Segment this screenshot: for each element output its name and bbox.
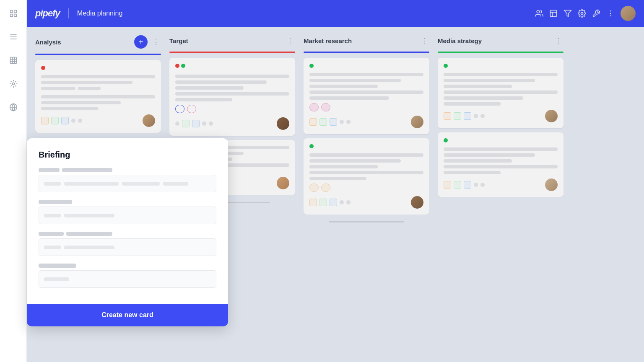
column-title-market-research: Market research: [304, 37, 416, 44]
card-icon-blue[interactable]: [61, 117, 69, 124]
card-line: [309, 165, 378, 168]
more-icon[interactable]: [606, 9, 615, 18]
column-header-analysis: Analysis + ⋮: [35, 35, 161, 49]
card-tag-orange2[interactable]: [321, 184, 330, 192]
briefing-content: Briefing: [27, 138, 228, 304]
card-line: [41, 75, 155, 78]
table-row[interactable]: [438, 58, 564, 128]
sidebar-item-list[interactable]: [7, 30, 20, 44]
card-tag-pink[interactable]: [309, 103, 319, 111]
card-icon-blue[interactable]: [192, 120, 200, 127]
input-placeholder: [44, 214, 114, 217]
input-placeholder: [44, 246, 114, 249]
settings-icon[interactable]: [578, 9, 586, 18]
table-row[interactable]: [304, 138, 429, 215]
card-tag-orange[interactable]: [309, 184, 319, 192]
sidebar: [0, 0, 27, 362]
card-footer: [444, 110, 558, 122]
card-line: [309, 90, 423, 94]
card-icon-dot: [78, 119, 82, 123]
import-icon[interactable]: [549, 9, 558, 18]
card-icon-orange[interactable]: [309, 199, 317, 206]
form-input-2[interactable]: [39, 207, 216, 224]
briefing-title: Briefing: [39, 150, 216, 160]
card-line: [41, 95, 155, 98]
form-label-4: [39, 264, 216, 268]
card-icon-green[interactable]: [51, 117, 59, 124]
card-line: [444, 147, 558, 151]
card-icon-green[interactable]: [454, 112, 461, 120]
logo-text: pipefy: [35, 8, 60, 19]
table-row[interactable]: [304, 58, 429, 134]
card-line: [309, 153, 423, 157]
form-input-1[interactable]: [39, 175, 216, 192]
card-icon-dot: [175, 122, 179, 126]
card-icon-blue[interactable]: [330, 199, 337, 206]
card-tags: [309, 184, 423, 192]
card-line: [309, 79, 401, 82]
card-tags: [175, 105, 289, 113]
column-header-market-research: Market research ⋮: [304, 35, 429, 47]
form-group-3: [39, 232, 216, 256]
avatar: [143, 114, 155, 127]
form-input-3[interactable]: [39, 238, 216, 256]
column-menu-target[interactable]: ⋮: [285, 35, 295, 47]
card-icon-orange[interactable]: [41, 117, 49, 124]
table-row[interactable]: [169, 58, 295, 136]
card-icon-blue[interactable]: [464, 112, 471, 120]
card-icon-dot: [340, 120, 344, 124]
sidebar-item-public[interactable]: [7, 101, 20, 114]
svg-rect-0: [10, 10, 13, 13]
header-divider: [68, 8, 69, 18]
header-left: pipefy Media planning: [35, 8, 122, 19]
card-icon-orange[interactable]: [444, 112, 451, 120]
card-line: [444, 171, 501, 174]
card-tag[interactable]: [175, 105, 184, 113]
tool-icon[interactable]: [592, 9, 600, 18]
card-icon-blue[interactable]: [464, 181, 471, 189]
user-avatar[interactable]: [621, 6, 636, 21]
card-footer-icons: [444, 181, 485, 189]
sidebar-item-table[interactable]: [7, 54, 20, 67]
form-label-2: [39, 200, 216, 204]
filter-icon[interactable]: [564, 9, 572, 18]
card-icon-green[interactable]: [319, 199, 327, 206]
sidebar-item-dashboard[interactable]: [7, 7, 20, 20]
card-icon-dot: [202, 122, 206, 126]
table-row[interactable]: [35, 60, 161, 133]
column-menu-market-research[interactable]: ⋮: [419, 35, 429, 47]
column-add-button-analysis[interactable]: +: [134, 35, 148, 49]
card-icon-orange[interactable]: [444, 181, 451, 189]
column-menu-media-strategy[interactable]: ⋮: [553, 35, 564, 47]
card-icon-green[interactable]: [319, 118, 327, 126]
column-bar-target: [169, 52, 295, 53]
avatar: [411, 196, 423, 209]
card-icon-orange[interactable]: [309, 118, 317, 126]
form-label-3: [39, 232, 216, 236]
column-header-target: Target ⋮: [169, 35, 295, 47]
card-line: [175, 92, 289, 96]
sidebar-item-automation[interactable]: [7, 77, 20, 90]
card-line: [41, 107, 98, 110]
form-input-4[interactable]: [39, 270, 216, 288]
card-icon-green[interactable]: [454, 181, 461, 189]
card-tag[interactable]: [187, 105, 196, 113]
svg-point-18: [581, 13, 583, 15]
placeholder-pill: [64, 246, 114, 249]
card-dots: [175, 64, 289, 71]
header: pipefy Media planning: [27, 0, 644, 27]
svg-rect-1: [14, 10, 16, 13]
card-dot-green: [444, 138, 448, 142]
users-icon[interactable]: [535, 9, 543, 18]
card-icon-blue[interactable]: [330, 118, 337, 126]
column-header-media-strategy: Media strategy ⋮: [438, 35, 564, 47]
svg-point-20: [610, 13, 611, 14]
card-line: [309, 73, 423, 76]
card-icon-green[interactable]: [182, 120, 190, 127]
create-new-card-button[interactable]: Create new card: [39, 311, 216, 319]
card-line: [444, 85, 512, 88]
column-menu-analysis[interactable]: ⋮: [151, 36, 161, 48]
table-row[interactable]: [438, 132, 564, 197]
form-group-2: [39, 200, 216, 224]
card-tag-pink2[interactable]: [321, 103, 330, 111]
